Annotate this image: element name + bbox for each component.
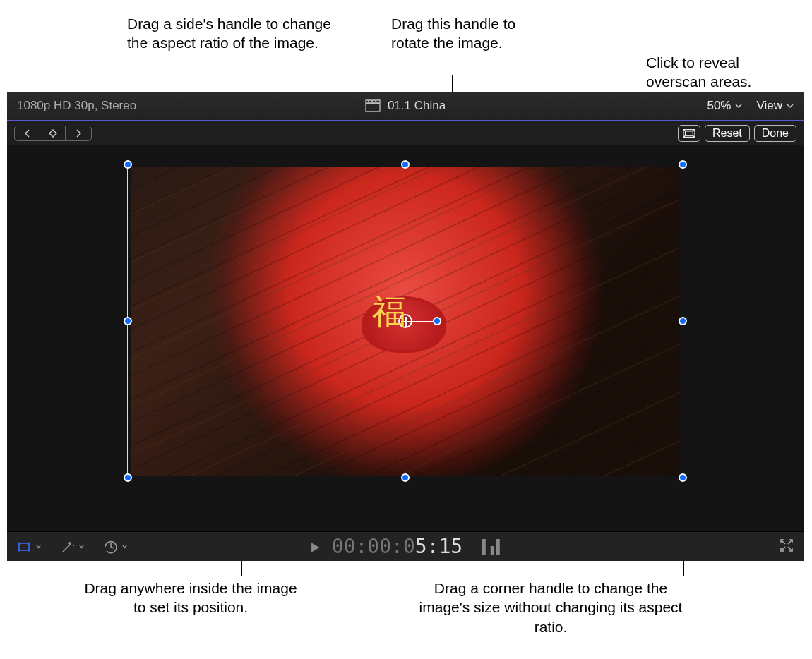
chevron-down-icon	[121, 543, 128, 550]
chevron-down-icon	[735, 103, 742, 109]
retime-tool-dropdown[interactable]	[103, 539, 128, 555]
chevron-down-icon	[787, 103, 794, 109]
corner-handle-top-right[interactable]	[679, 160, 687, 169]
viewer-footer: 00:00:05:15	[7, 531, 804, 561]
overscan-icon	[683, 128, 695, 138]
svg-rect-1	[686, 131, 693, 135]
side-handle-top[interactable]	[401, 160, 410, 169]
callout-corner-handle: Drag a corner handle to change the image…	[410, 579, 692, 636]
fullscreen-icon	[780, 538, 794, 552]
timecode-bright: 5:15	[415, 535, 462, 558]
corner-handle-top-left[interactable]	[124, 160, 132, 169]
svg-point-6	[28, 549, 30, 551]
callout-text: Drag a side's handle to change the aspec…	[127, 16, 331, 51]
header-right: 50% View	[446, 99, 794, 113]
callout-text: Drag a corner handle to change the image…	[419, 580, 683, 635]
chevron-down-icon	[78, 543, 85, 550]
clip-title: 01.1 China	[388, 99, 446, 113]
overscan-button[interactable]	[678, 125, 700, 142]
callout-overscan: Click to reveal overscan areas.	[646, 53, 801, 92]
reset-label: Reset	[712, 127, 742, 140]
image-character: 福	[372, 289, 406, 334]
side-handle-left[interactable]	[124, 317, 132, 325]
viewer-window: 1080p HD 30p, Stereo 01.1 China 50% View	[7, 92, 804, 561]
side-handle-bottom[interactable]	[401, 473, 410, 482]
viewer-canvas[interactable]: 福	[7, 145, 804, 531]
callout-text: Drag anywhere inside the image to set it…	[84, 580, 297, 615]
format-label: 1080p HD 30p, Stereo	[17, 99, 365, 113]
clip-title-area: 01.1 China	[365, 99, 446, 113]
transform-icon	[17, 539, 32, 555]
fullscreen-button[interactable]	[780, 538, 794, 555]
side-handle-right[interactable]	[679, 317, 687, 325]
nav-segment	[14, 126, 92, 141]
timecode-dim: 00:00:0	[332, 535, 415, 558]
enhance-tool-dropdown[interactable]	[60, 539, 85, 555]
svg-point-3	[18, 542, 20, 544]
svg-rect-2	[19, 543, 29, 550]
done-label: Done	[762, 127, 789, 140]
chevron-down-icon	[35, 543, 42, 550]
callout-side-handle: Drag a side's handle to change the aspec…	[127, 14, 339, 53]
view-label: View	[756, 99, 782, 113]
nav-diamond-button[interactable]	[40, 126, 66, 140]
callout-reposition: Drag anywhere inside the image to set it…	[78, 579, 304, 617]
action-row: Reset Done	[7, 121, 804, 145]
done-button[interactable]: Done	[754, 125, 796, 142]
svg-point-4	[28, 542, 30, 544]
svg-point-5	[18, 549, 20, 551]
transform-tool-dropdown[interactable]	[17, 539, 42, 555]
viewer-header: 1080p HD 30p, Stereo 01.1 China 50% View	[7, 92, 804, 121]
clip-image[interactable]: 福	[131, 167, 680, 476]
zoom-dropdown[interactable]: 50%	[707, 99, 742, 113]
nav-next-button[interactable]	[66, 126, 91, 140]
nav-prev-button[interactable]	[15, 126, 40, 140]
view-dropdown[interactable]: View	[756, 99, 794, 113]
corner-handle-bottom-right[interactable]	[679, 473, 687, 482]
audio-meter-icon	[482, 539, 500, 555]
corner-handle-bottom-left[interactable]	[124, 473, 132, 482]
zoom-value: 50%	[707, 99, 731, 113]
timecode-display: 00:00:05:15	[311, 535, 500, 558]
clapperboard-icon	[365, 99, 381, 112]
callout-text: Click to reveal overscan areas.	[646, 54, 751, 90]
reset-button[interactable]: Reset	[705, 125, 750, 142]
play-icon	[311, 542, 321, 553]
callout-text: Drag this handle to rotate the image.	[391, 16, 515, 51]
play-button[interactable]	[311, 535, 332, 558]
magic-wand-icon	[60, 539, 76, 555]
callout-rotate-handle: Drag this handle to rotate the image.	[391, 14, 547, 53]
retime-icon	[103, 539, 119, 555]
